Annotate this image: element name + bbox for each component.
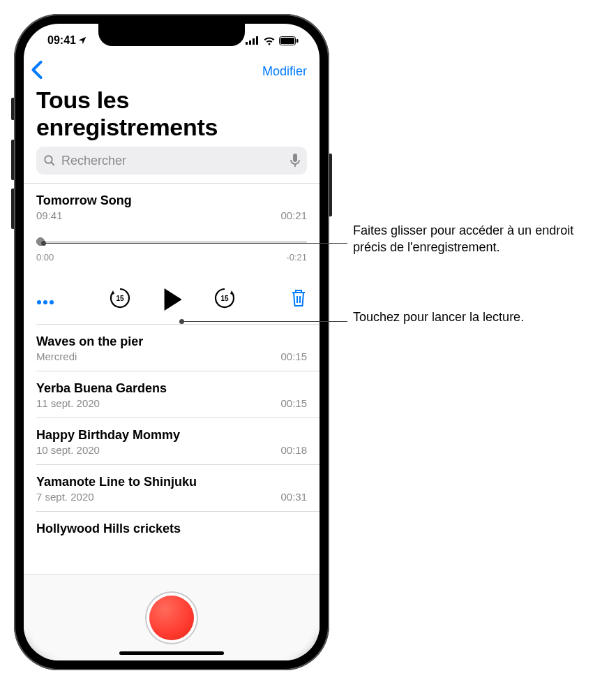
search-input[interactable]: Rechercher: [36, 147, 307, 175]
recording-item-title: Yerba Buena Gardens: [36, 381, 307, 396]
svg-text:15: 15: [116, 295, 124, 302]
record-bar: [24, 574, 320, 660]
recording-item-title: Waves on the pier: [36, 334, 307, 349]
recording-item-title: Happy Birthday Mommy: [36, 428, 307, 443]
mic-icon[interactable]: [290, 154, 300, 168]
scrubber[interactable]: [36, 235, 307, 248]
recording-item-duration: 00:15: [280, 397, 307, 409]
playback-controls: 15 15: [24, 269, 320, 324]
svg-marker-16: [165, 288, 182, 311]
play-icon: [163, 288, 182, 311]
recording-item[interactable]: Happy Birthday Mommy 10 sept. 2020 00:18: [24, 418, 320, 464]
status-time: 09:41: [47, 34, 76, 47]
page-title: Tous les enregistrements: [24, 87, 320, 147]
svg-rect-6: [296, 39, 299, 43]
svg-rect-3: [256, 36, 258, 45]
scrub-start-label: 0:00: [36, 252, 54, 263]
recording-duration: 00:21: [280, 209, 307, 221]
callout-line: [42, 243, 347, 244]
callout-line: [180, 321, 347, 322]
volume-up-button: [11, 140, 14, 180]
svg-point-13: [50, 300, 54, 304]
svg-rect-2: [253, 38, 255, 45]
edit-button[interactable]: Modifier: [262, 64, 307, 79]
location-icon: [77, 36, 87, 45]
search-placeholder: Rechercher: [61, 154, 285, 168]
screen: 09:41 Modifier Tous les enregistrements …: [24, 24, 320, 660]
back-button[interactable]: [31, 60, 43, 82]
recording-item[interactable]: Yerba Buena Gardens 11 sept. 2020 00:15: [24, 371, 320, 418]
nav-bar: Modifier: [24, 57, 320, 87]
callout-scrubber: Faites glisser pour accéder à un endroit…: [353, 222, 604, 256]
svg-point-12: [43, 300, 47, 304]
svg-line-8: [51, 162, 54, 165]
svg-marker-14: [110, 290, 114, 295]
svg-rect-9: [293, 154, 297, 162]
notch: [98, 24, 245, 46]
recording-item[interactable]: Hollywood Hills crickets: [24, 512, 320, 540]
scrub-end-label: -0:21: [286, 252, 307, 263]
svg-marker-17: [230, 290, 234, 295]
play-button[interactable]: [163, 288, 182, 311]
recording-item-duration: 00:31: [280, 491, 307, 503]
recording-item-date: 7 sept. 2020: [36, 491, 94, 503]
phone-frame: 09:41 Modifier Tous les enregistrements …: [14, 14, 329, 670]
svg-rect-1: [249, 40, 251, 45]
svg-rect-0: [246, 42, 248, 45]
recording-item-title: Yamanote Line to Shinjuku: [36, 475, 307, 489]
svg-rect-5: [280, 38, 294, 44]
recording-item-duration: 00:18: [280, 444, 307, 456]
recording-time: 09:41: [36, 209, 63, 221]
record-button[interactable]: [149, 596, 194, 640]
search-icon: [43, 154, 56, 167]
recording-item-title: Hollywood Hills crickets: [36, 522, 307, 536]
chevron-left-icon: [31, 60, 43, 80]
selected-recording: Tomorrow Song 09:41 00:21 0:00 -0:21: [24, 184, 320, 269]
callout-play: Touchez pour lancer la lecture.: [353, 309, 562, 325]
volume-down-button: [11, 189, 14, 229]
skip-back-icon: 15: [108, 286, 132, 310]
more-button[interactable]: [36, 290, 54, 309]
recording-item-date: 10 sept. 2020: [36, 444, 100, 456]
trash-icon: [290, 288, 307, 308]
skip-forward-button[interactable]: 15: [213, 286, 236, 313]
delete-button[interactable]: [290, 288, 307, 311]
skip-back-button[interactable]: 15: [108, 286, 132, 313]
recording-item-date: 11 sept. 2020: [36, 397, 100, 409]
mute-switch: [11, 98, 14, 120]
recording-item[interactable]: Yamanote Line to Shinjuku 7 sept. 2020 0…: [24, 465, 320, 511]
recording-item-date: Mercredi: [36, 350, 77, 362]
recording-item-duration: 00:15: [280, 350, 307, 362]
svg-point-11: [37, 300, 41, 304]
ellipsis-icon: [36, 300, 54, 305]
cellular-icon: [246, 36, 260, 45]
recording-title[interactable]: Tomorrow Song: [36, 193, 307, 208]
recording-item[interactable]: Waves on the pier Mercredi 00:15: [24, 325, 320, 371]
home-indicator[interactable]: [119, 651, 224, 655]
battery-icon: [279, 36, 299, 45]
skip-forward-icon: 15: [213, 286, 236, 310]
svg-text:15: 15: [220, 295, 229, 302]
power-button: [329, 154, 332, 216]
wifi-icon: [263, 36, 276, 45]
svg-point-7: [45, 156, 52, 163]
